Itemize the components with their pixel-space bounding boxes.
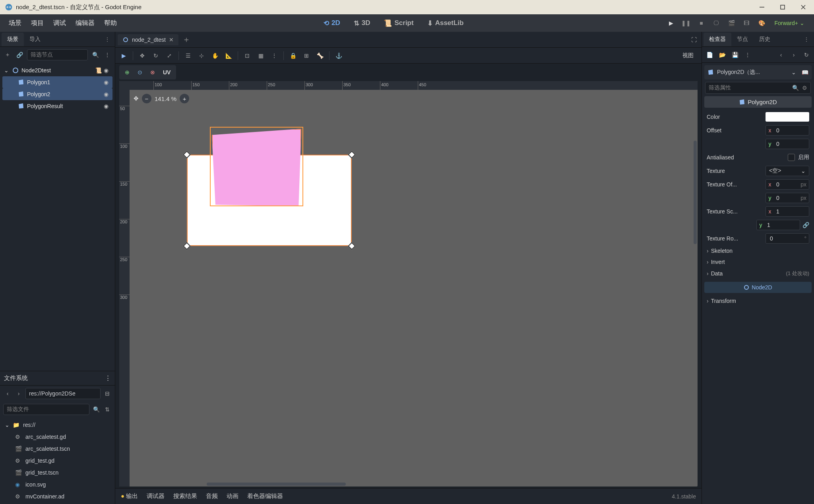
scene-tab[interactable]: node_2_dtest ✕ bbox=[118, 34, 178, 45]
ruler-tool-icon[interactable]: 📐 bbox=[224, 52, 233, 59]
search-results-tab[interactable]: 搜索结果 bbox=[173, 492, 197, 500]
menu-debug[interactable]: 调试 bbox=[48, 17, 71, 30]
path-field[interactable]: res://Polygon2DSe bbox=[25, 388, 101, 399]
new-resource-icon[interactable]: 📄 bbox=[705, 52, 714, 58]
file-item[interactable]: ◉icon.svg bbox=[2, 479, 112, 490]
uv-button[interactable]: UV bbox=[161, 69, 173, 76]
add-point-icon[interactable]: ⊕ bbox=[122, 69, 132, 76]
filter-properties-input[interactable]: 筛选属性 🔍 ⚙ bbox=[705, 82, 811, 94]
output-tab[interactable]: 输出 bbox=[121, 492, 138, 500]
tex-scale-x-input[interactable]: x1 bbox=[766, 206, 809, 217]
view-menu[interactable]: 视图 bbox=[678, 52, 698, 59]
grid-icon[interactable]: ▦ bbox=[256, 52, 265, 59]
bone-icon[interactable]: 🦴 bbox=[316, 52, 324, 59]
add-tab-icon[interactable]: ＋ bbox=[182, 34, 190, 45]
node-polygonresult[interactable]: PolygonResult ◉ bbox=[2, 100, 112, 112]
dock-menu-icon[interactable]: ⋮ bbox=[105, 374, 111, 382]
script-icon[interactable]: 📜 bbox=[95, 67, 102, 74]
zoom-level[interactable]: 141.4 % bbox=[155, 95, 176, 102]
antialiased-checkbox[interactable] bbox=[788, 154, 795, 161]
tab-history[interactable]: 历史 bbox=[754, 33, 776, 46]
close-tab-icon[interactable]: ✕ bbox=[169, 37, 174, 43]
search-icon[interactable]: 🔍 bbox=[91, 52, 100, 58]
tex-offset-x-input[interactable]: x0px bbox=[766, 179, 809, 190]
vertical-scrollbar[interactable] bbox=[694, 141, 697, 244]
visibility-icon[interactable]: ◉ bbox=[104, 91, 111, 97]
save-resource-icon[interactable]: 💾 bbox=[731, 52, 739, 58]
menu-scene[interactable]: 场景 bbox=[4, 17, 26, 30]
play-scene-button[interactable]: 🎞 bbox=[741, 17, 752, 29]
visibility-icon[interactable]: ◉ bbox=[104, 79, 111, 85]
history-forward-icon[interactable]: › bbox=[789, 52, 798, 58]
file-item[interactable]: ⚙grid_test.gd bbox=[2, 455, 112, 467]
category-skeleton[interactable]: Skeleton bbox=[702, 245, 814, 256]
forward-icon[interactable]: › bbox=[14, 390, 23, 397]
view-script[interactable]: 📜Script bbox=[378, 17, 419, 30]
object-selector[interactable]: Polygon2D（选... ⌄ 📖 bbox=[704, 65, 812, 79]
offset-y-input[interactable]: y0 bbox=[766, 139, 809, 149]
snap2-icon[interactable]: ⊡ bbox=[243, 52, 252, 59]
view-assetlib[interactable]: ⬇AssetLib bbox=[422, 17, 469, 30]
visibility-icon[interactable]: ◉ bbox=[104, 67, 111, 74]
folder-res[interactable]: ⌄📁res:// bbox=[2, 419, 112, 431]
group-icon[interactable]: ⊞ bbox=[302, 52, 311, 59]
filter-nodes-input[interactable]: 筛选节点 bbox=[27, 49, 88, 60]
settings-icon[interactable]: ⚙ bbox=[802, 85, 807, 91]
menu-help[interactable]: 帮助 bbox=[99, 17, 122, 30]
maximize-button[interactable] bbox=[780, 4, 785, 10]
list-icon[interactable]: ☰ bbox=[184, 52, 192, 59]
view-3d[interactable]: ⇅3D bbox=[348, 17, 376, 30]
file-item[interactable]: ⚙arc_scaletest.gd bbox=[2, 431, 112, 443]
search-icon[interactable]: 🔍 bbox=[92, 406, 101, 413]
stop-button[interactable]: ■ bbox=[696, 17, 707, 29]
sort-icon[interactable]: ⇅ bbox=[103, 406, 112, 413]
texture-dropdown[interactable]: <空>⌄ bbox=[766, 166, 809, 176]
remote-button[interactable]: 🖵 bbox=[711, 17, 722, 29]
snap-icon[interactable]: ⊹ bbox=[197, 52, 206, 59]
node-root[interactable]: ⌄ Node2Dtest 📜 ◉ bbox=[2, 64, 112, 76]
move-tool-icon[interactable]: ✥ bbox=[138, 52, 147, 59]
category-transform[interactable]: Transform bbox=[702, 295, 814, 306]
category-invert[interactable]: Invert bbox=[702, 256, 814, 268]
play-button[interactable]: ▶ bbox=[665, 17, 676, 29]
animation-tab[interactable]: 动画 bbox=[227, 492, 238, 500]
tex-offset-y-input[interactable]: y0px bbox=[766, 193, 809, 203]
link-icon[interactable]: 🔗 bbox=[802, 222, 809, 228]
filter-files-input[interactable]: 筛选文件 bbox=[3, 404, 89, 415]
back-icon[interactable]: ‹ bbox=[3, 390, 12, 397]
fullscreen-icon[interactable]: ⛶ bbox=[689, 37, 699, 43]
load-resource-icon[interactable]: 📂 bbox=[718, 52, 727, 58]
more-icon[interactable]: ⋮ bbox=[103, 52, 112, 58]
pause-button[interactable]: ❚❚ bbox=[680, 17, 692, 29]
rotate-tool-icon[interactable]: ↻ bbox=[151, 52, 160, 59]
audio-tab[interactable]: 音频 bbox=[206, 492, 218, 500]
file-item[interactable]: 🎬arc_scaletest.tscn bbox=[2, 443, 112, 455]
docs-icon[interactable]: 📖 bbox=[802, 69, 808, 76]
canvas-viewport[interactable]: 100 150 200 250 300 350 400 450 50 100 1… bbox=[119, 81, 698, 487]
tab-import[interactable]: 导入 bbox=[24, 33, 46, 46]
more-icon[interactable]: ⋮ bbox=[743, 52, 752, 58]
zoom-in-button[interactable]: + bbox=[180, 94, 189, 103]
tex-rot-input[interactable]: 0° bbox=[766, 233, 809, 244]
pan-tool-icon[interactable]: ✋ bbox=[211, 52, 219, 59]
menu-editor[interactable]: 编辑器 bbox=[71, 17, 99, 30]
close-button[interactable] bbox=[800, 4, 806, 10]
file-item[interactable]: ⚙mvContainer.ad bbox=[2, 490, 112, 502]
node-polygon2[interactable]: Polygon2 ◉ bbox=[2, 88, 112, 100]
edit-point-icon[interactable]: ⊙ bbox=[135, 69, 145, 76]
file-item[interactable]: 🎬grid_test.tscn bbox=[2, 467, 112, 479]
visibility-icon[interactable]: ◉ bbox=[104, 103, 111, 109]
split-view-icon[interactable]: ⊟ bbox=[103, 390, 112, 397]
tab-inspector[interactable]: 检查器 bbox=[704, 33, 731, 46]
delete-point-icon[interactable]: ⊗ bbox=[148, 69, 157, 76]
movie-button[interactable]: 🎬 bbox=[726, 17, 737, 29]
add-node-icon[interactable]: ＋ bbox=[3, 51, 12, 58]
zoom-reset-icon[interactable]: ✥ bbox=[134, 95, 139, 102]
select-tool-icon[interactable]: ▶ bbox=[119, 52, 128, 59]
render-button[interactable]: 🎨 bbox=[756, 17, 767, 29]
tex-scale-y-input[interactable]: y1 bbox=[756, 220, 800, 230]
view-2d[interactable]: ⟲2D bbox=[318, 17, 346, 30]
dock-menu-icon[interactable]: ⋮ bbox=[101, 36, 113, 43]
lock-icon[interactable]: 🔒 bbox=[289, 52, 297, 59]
node-polygon1[interactable]: Polygon1 ◉ bbox=[2, 76, 112, 88]
